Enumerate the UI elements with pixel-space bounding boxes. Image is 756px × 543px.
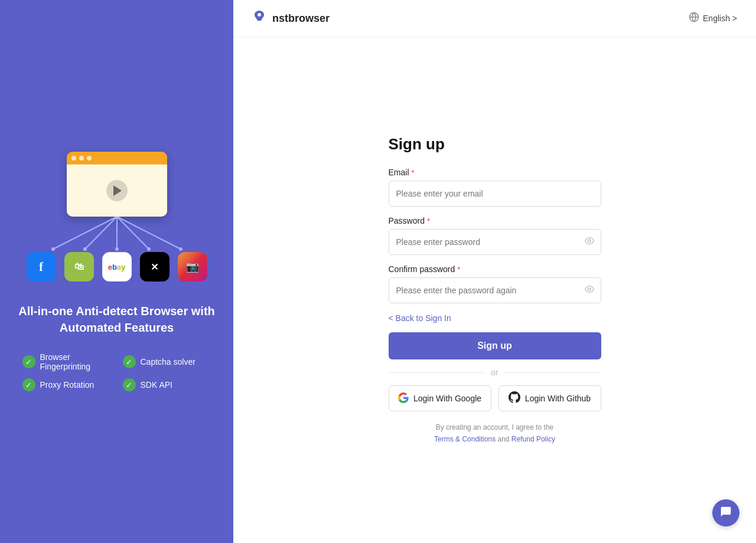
chat-icon — [720, 506, 732, 521]
feature-captcha-solver: ✓ Captcha solver — [123, 352, 211, 371]
form-title: Sign up — [389, 135, 601, 153]
signup-button[interactable]: Sign up — [389, 332, 601, 359]
confirm-password-input-wrapper — [389, 277, 601, 303]
feature-label: Proxy Rotation — [40, 380, 94, 390]
password-label: Password * — [389, 216, 601, 225]
password-group: Password * — [389, 216, 601, 255]
play-triangle-icon — [113, 185, 122, 196]
email-group: Email * — [389, 168, 601, 207]
browser-window-graphic — [67, 152, 167, 217]
login-with-github-button[interactable]: Login With Github — [498, 385, 601, 411]
or-line-left — [389, 372, 485, 373]
password-input[interactable] — [389, 229, 601, 255]
language-label: English > — [703, 14, 737, 23]
logo: nstbrowser — [252, 9, 330, 27]
svg-line-1 — [85, 217, 117, 249]
email-input-wrapper — [389, 181, 601, 207]
language-selector[interactable]: English > — [689, 12, 737, 25]
feature-browser-fingerprinting: ✓ Browser Fingerprinting — [22, 352, 111, 371]
browser-dot-1 — [71, 156, 76, 161]
confirm-password-input[interactable] — [389, 277, 601, 303]
svg-point-11 — [258, 13, 261, 17]
feature-label: Browser Fingerprinting — [40, 352, 111, 371]
refund-policy-link[interactable]: Refund Policy — [511, 435, 555, 443]
back-to-signin-link[interactable]: < Back to Sign In — [389, 313, 451, 323]
confirm-password-label: Confirm password * — [389, 264, 601, 274]
terms-text: By creating an account, I agree to the T… — [389, 422, 601, 444]
required-star: * — [412, 168, 415, 177]
confirm-password-group: Confirm password * — [389, 264, 601, 303]
or-line-right — [504, 372, 601, 373]
feature-label: Captcha solver — [141, 357, 195, 367]
check-icon: ✓ — [22, 378, 35, 391]
form-area: Sign up Email * Password * — [233, 37, 756, 543]
ebay-icon: ebay — [102, 252, 132, 282]
logo-text: nstbrowser — [272, 12, 330, 25]
feature-label: SDK API — [141, 380, 172, 390]
terms-conditions-link[interactable]: Terms & Conditions — [434, 435, 496, 443]
feature-proxy-rotation: ✓ Proxy Rotation — [22, 378, 111, 391]
left-panel: f 🛍 ebay ✕ 📷 All-in-one Anti-detect Brow… — [0, 0, 233, 543]
github-btn-label: Login With Github — [525, 394, 591, 403]
password-toggle-icon[interactable] — [585, 236, 594, 248]
email-input[interactable] — [389, 181, 601, 207]
facebook-icon: f — [27, 252, 56, 282]
required-star: * — [457, 265, 460, 274]
social-icons-row: f 🛍 ebay ✕ 📷 — [27, 252, 207, 282]
check-icon: ✓ — [123, 378, 136, 391]
or-text: or — [491, 368, 498, 377]
instagram-icon: 📷 — [178, 252, 207, 282]
svg-line-4 — [117, 217, 181, 249]
right-panel: nstbrowser English > Sign up Email * — [233, 0, 756, 543]
browser-dot-3 — [87, 156, 92, 161]
svg-point-8 — [115, 247, 119, 251]
google-icon — [398, 392, 409, 405]
email-label: Email * — [389, 168, 601, 177]
browser-titlebar — [67, 152, 167, 165]
github-icon — [509, 391, 520, 406]
login-with-google-button[interactable]: Login With Google — [389, 385, 491, 411]
svg-line-0 — [53, 217, 117, 249]
google-btn-label: Login With Google — [413, 394, 481, 403]
svg-point-9 — [147, 247, 151, 251]
check-icon: ✓ — [123, 355, 136, 368]
feature-sdk-api: ✓ SDK API — [123, 378, 211, 391]
svg-point-14 — [588, 240, 591, 242]
illustration: f 🛍 ebay ✕ 📷 — [27, 152, 207, 282]
left-panel-title: All-in-one Anti-detect Browser with Auto… — [18, 303, 216, 336]
shopify-icon: 🛍 — [64, 252, 94, 282]
check-icon: ✓ — [22, 355, 35, 368]
signup-form-card: Sign up Email * Password * — [389, 135, 601, 444]
x-twitter-icon: ✕ — [140, 252, 170, 282]
or-divider: or — [389, 368, 601, 377]
confirm-password-toggle-icon[interactable] — [585, 284, 594, 296]
logo-icon — [252, 9, 266, 27]
features-list: ✓ Browser Fingerprinting ✓ Captcha solve… — [22, 352, 211, 391]
svg-point-6 — [51, 247, 55, 251]
browser-dot-2 — [79, 156, 84, 161]
svg-point-10 — [179, 247, 183, 251]
language-icon — [689, 12, 699, 25]
browser-body — [67, 165, 167, 217]
social-login-buttons: Login With Google Login With Github — [389, 385, 601, 411]
password-input-wrapper — [389, 229, 601, 255]
play-button-graphic — [106, 180, 128, 201]
required-star: * — [427, 217, 430, 225]
chat-support-button[interactable] — [712, 499, 739, 526]
svg-point-15 — [588, 288, 591, 290]
svg-line-3 — [117, 217, 149, 249]
header: nstbrowser English > — [233, 0, 756, 37]
svg-point-7 — [83, 247, 87, 251]
connector-lines — [34, 217, 200, 252]
